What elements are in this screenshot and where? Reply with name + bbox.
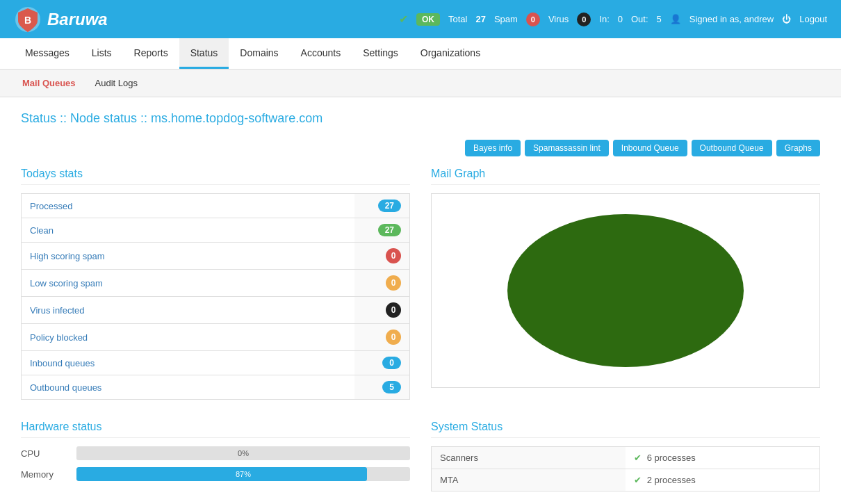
nav-domains[interactable]: Domains [229, 38, 289, 69]
sub-nav: Mail Queues Audit Logs [0, 70, 841, 97]
subnav-audit-logs[interactable]: Audit Logs [87, 74, 146, 92]
high-spam-label: High scoring spam [22, 243, 354, 270]
scanners-check-icon: ✔ [634, 453, 642, 463]
graphs-button[interactable]: Graphs [776, 140, 820, 156]
memory-label: Memory [21, 469, 70, 480]
main-nav: Messages Lists Reports Status Domains Ac… [0, 38, 841, 70]
inbound-q-value: 0 [354, 351, 410, 375]
table-row: Processed 27 [22, 194, 410, 218]
content-area: Status :: Node status :: ms.home.topdog-… [0, 97, 841, 504]
user-icon: 👤 [670, 14, 681, 24]
nav-reports[interactable]: Reports [123, 38, 179, 69]
spam-count: 0 [526, 13, 540, 26]
spam-label: Spam [494, 14, 518, 24]
top-bar: B Baruwa ✔ OK Total 27 Spam 0 Virus 0 In… [0, 0, 841, 38]
mail-graph-col: Mail Graph [431, 168, 820, 400]
cpu-progress-bar: 0% [76, 446, 410, 460]
in-count: 0 [618, 14, 623, 24]
system-status-col: System Status Scanners ✔ 6 processes MTA… [431, 421, 820, 491]
svg-text:B: B [24, 15, 31, 26]
mta-row: MTA ✔ 2 processes [432, 469, 820, 491]
inbound-q-badge: 0 [382, 357, 401, 369]
processed-value: 27 [354, 194, 410, 218]
policy-badge: 0 [386, 330, 401, 345]
virus-label: Virus [548, 14, 569, 24]
policy-label: Policy blocked [22, 324, 354, 351]
subnav-mail-queues[interactable]: Mail Queues [14, 74, 84, 92]
low-spam-label: Low scoring spam [22, 270, 354, 297]
nav-status[interactable]: Status [179, 38, 229, 69]
mta-count: 2 processes [647, 475, 696, 485]
scanners-count: 6 processes [647, 453, 696, 463]
nav-messages[interactable]: Messages [14, 38, 81, 69]
system-status-title: System Status [431, 421, 820, 438]
outbound-q-value: 5 [354, 375, 410, 400]
memory-progress-fill [76, 467, 367, 481]
scanners-row: Scanners ✔ 6 processes [432, 447, 820, 469]
memory-progress-text: 87% [236, 470, 251, 478]
signed-in-label: Signed in as, andrew [689, 14, 774, 24]
policy-value: 0 [354, 324, 410, 351]
nav-accounts[interactable]: Accounts [290, 38, 352, 69]
mta-value: ✔ 2 processes [626, 469, 820, 491]
action-buttons: Bayes info Spamassassin lint Inbound Que… [21, 140, 820, 156]
breadcrumb: Status :: Node status :: ms.home.topdog-… [21, 111, 820, 126]
outbound-queue-button[interactable]: Outbound Queue [692, 140, 772, 156]
table-row: Clean 27 [22, 218, 410, 243]
system-status-table: Scanners ✔ 6 processes MTA ✔ 2 processes [431, 446, 820, 491]
high-spam-badge: 0 [386, 248, 401, 263]
cpu-row: CPU 0% [21, 446, 410, 460]
mail-graph-ellipse [507, 214, 744, 367]
inbound-queue-button[interactable]: Inbound Queue [613, 140, 687, 156]
power-icon: ⏻ [782, 14, 791, 24]
table-row: Policy blocked 0 [22, 324, 410, 351]
memory-progress-bar: 87% [76, 467, 410, 481]
logo-area: B Baruwa [14, 6, 108, 33]
scanners-value: ✔ 6 processes [626, 447, 820, 469]
bayes-info-button[interactable]: Bayes info [465, 140, 521, 156]
todays-stats-title: Todays stats [21, 168, 410, 185]
ok-check-icon: ✔ [399, 13, 408, 26]
nav-settings[interactable]: Settings [352, 38, 409, 69]
stats-table: Processed 27 Clean 27 High scoring spam … [21, 193, 410, 400]
out-count: 5 [657, 14, 662, 24]
cpu-progress-text: 0% [238, 449, 249, 457]
in-label: In: [599, 14, 609, 24]
hardware-title: Hardware status [21, 421, 410, 438]
clean-label: Clean [22, 218, 354, 243]
outbound-q-label: Outbound queues [22, 375, 354, 400]
stats-col: Todays stats Processed 27 Clean 27 High … [21, 168, 410, 400]
logout-link[interactable]: Logout [799, 14, 827, 24]
bottom-section: Hardware status CPU 0% Memory 87% System… [21, 421, 820, 491]
table-row: Outbound queues 5 [22, 375, 410, 400]
clean-badge: 27 [378, 224, 401, 236]
cpu-label: CPU [21, 448, 70, 459]
logo-text: Baruwa [47, 10, 108, 29]
high-spam-value: 0 [354, 243, 410, 270]
inbound-q-label: Inbound queues [22, 351, 354, 375]
scanners-label: Scanners [432, 447, 626, 469]
virus-badge: 0 [386, 302, 401, 318]
mail-graph-container [431, 193, 820, 388]
outbound-q-badge: 5 [382, 381, 401, 393]
memory-row: Memory 87% [21, 467, 410, 481]
virus-value: 0 [354, 297, 410, 324]
main-two-col: Todays stats Processed 27 Clean 27 High … [21, 168, 820, 400]
total-count: 27 [475, 14, 485, 24]
clean-value: 27 [354, 218, 410, 243]
table-row: High scoring spam 0 [22, 243, 410, 270]
header-right: ✔ OK Total 27 Spam 0 Virus 0 In: 0 Out: … [399, 13, 827, 26]
spamassassin-lint-button[interactable]: Spamassassin lint [525, 140, 609, 156]
low-spam-badge: 0 [386, 275, 401, 291]
ok-badge: OK [416, 13, 440, 26]
low-spam-value: 0 [354, 270, 410, 297]
table-row: Low scoring spam 0 [22, 270, 410, 297]
nav-organizations[interactable]: Organizations [409, 38, 491, 69]
nav-lists[interactable]: Lists [81, 38, 123, 69]
mta-check-icon: ✔ [634, 475, 642, 485]
processed-label: Processed [22, 194, 354, 218]
processed-badge: 27 [378, 200, 401, 212]
mail-graph-title: Mail Graph [431, 168, 820, 185]
mta-label: MTA [432, 469, 626, 491]
table-row: Inbound queues 0 [22, 351, 410, 375]
